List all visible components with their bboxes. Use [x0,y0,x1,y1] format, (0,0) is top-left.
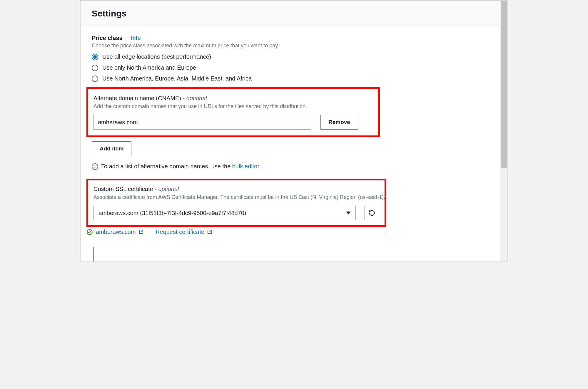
remove-button[interactable]: Remove [320,115,358,130]
cutoff-line [93,247,94,261]
ssl-heading: Custom SSL certificate - optional [93,186,379,192]
radio-icon-selected [92,54,98,60]
ssl-certificate-select[interactable]: amberaws.com (31f51f3b-7f3f-4dc9-9500-e9… [93,206,356,220]
cname-heading: Alternate domain name (CNAME) - optional [93,95,373,102]
certificate-domain-text: amberaws.com [96,229,136,235]
tip-prefix: To add a list of alternative domain name… [101,163,232,170]
certificate-domain-link[interactable]: amberaws.com [96,229,144,235]
certificate-status-row: amberaws.com Request certificate [86,229,386,235]
ssl-optional: - optional [155,186,179,192]
radio-na-eu-asia-label: Use North America, Europe, Asia, Middle … [102,75,252,82]
external-link-icon [207,229,212,234]
price-class-label: Price class [92,35,123,41]
radio-all-edge[interactable]: Use all edge locations (best performance… [92,53,489,60]
cname-input-row: Remove [93,115,373,130]
price-class-label-row: Price class Info [92,35,489,41]
refresh-button[interactable] [365,206,379,220]
svg-point-0 [87,229,92,234]
bulk-editor-tip: i To add a list of alternative domain na… [92,163,489,170]
panel-header: Settings [81,1,500,26]
price-class-description: Choose the price class associated with t… [92,43,489,49]
bulk-editor-link[interactable]: bulk editor [232,163,259,170]
cname-optional: - optional [183,95,207,101]
ssl-heading-text: Custom SSL certificate [93,186,155,192]
page-title: Settings [92,9,489,19]
price-class-info-link[interactable]: Info [131,35,141,41]
cname-highlight-box: Alternate domain name (CNAME) - optional… [86,87,380,137]
ssl-select-row: amberaws.com (31f51f3b-7f3f-4dc9-9500-e9… [93,206,379,220]
ssl-section: Custom SSL certificate - optional Associ… [86,179,386,235]
tip-suffix: . [259,163,261,170]
scrollbar[interactable] [500,1,507,261]
radio-all-edge-label: Use all edge locations (best performance… [102,53,211,60]
add-item-button[interactable]: Add item [92,141,131,156]
chevron-down-icon [346,212,351,214]
info-icon: i [92,163,98,170]
radio-icon [92,76,98,82]
panel-body: Price class Info Choose the price class … [81,26,500,235]
success-check-icon [86,229,93,235]
cname-heading-text: Alternate domain name (CNAME) [93,95,183,101]
settings-content: Settings Price class Info Choose the pri… [81,1,500,261]
ssl-description: Associate a certificate from AWS Certifi… [93,194,379,200]
radio-na-eu-label: Use only North America and Europe [102,64,196,71]
tip-text: To add a list of alternative domain name… [101,163,261,170]
add-item-row: Add item [92,141,489,156]
cname-description: Add the custom domain names that you use… [93,103,373,110]
request-certificate-link[interactable]: Request certificate [156,229,212,235]
radio-na-eu[interactable]: Use only North America and Europe [92,64,489,71]
external-link-icon [138,229,144,234]
settings-panel-frame: Settings Price class Info Choose the pri… [80,0,508,262]
divider [127,35,127,41]
refresh-icon [368,209,375,217]
ssl-highlight-box: Custom SSL certificate - optional Associ… [86,179,386,227]
scrollbar-thumb[interactable] [501,1,507,168]
price-class-radio-group: Use all edge locations (best performance… [92,53,489,82]
radio-icon [92,65,98,71]
cname-input[interactable] [93,115,311,130]
request-certificate-text: Request certificate [156,229,204,235]
radio-na-eu-asia[interactable]: Use North America, Europe, Asia, Middle … [92,75,489,82]
ssl-selected-value: amberaws.com (31f51f3b-7f3f-4dc9-9500-e9… [98,210,246,217]
